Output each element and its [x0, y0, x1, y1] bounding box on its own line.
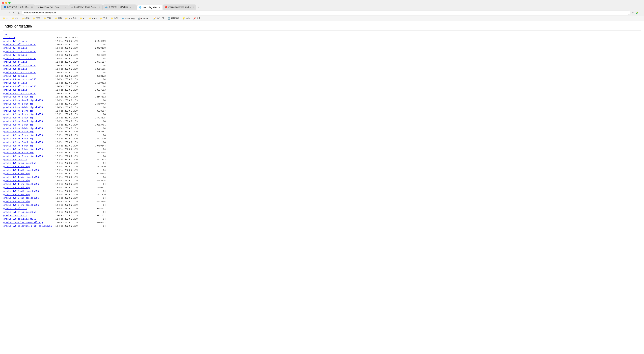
file-link[interactable]: gradle-0.8-src.zip [3, 74, 55, 78]
file-size: 36989492 [89, 81, 106, 85]
file-link[interactable]: gradle-0.9-rc-3-all.zip [3, 137, 55, 141]
file-link[interactable]: gradle-0.7-all.zip [3, 40, 55, 43]
file-link[interactable]: gradle-0.7-src.zip.sha256 [3, 57, 55, 60]
file-link[interactable]: gradle-0.9.2-src.zip [3, 200, 55, 203]
tab-close-icon[interactable]: ✕ [159, 6, 160, 9]
bookmark-博客[interactable]: 📁博客 [53, 17, 63, 20]
file-link[interactable]: gradle-1.0-all.zip [3, 207, 55, 210]
file-link[interactable]: gradle-0.9-bin.zip [3, 88, 55, 92]
file-link[interactable]: gradle-1.0-milestone-1-all.zip.sha256 [3, 224, 55, 228]
file-link[interactable]: gradle-0.9-rc-1-all.zip.sha256 [3, 99, 55, 102]
file-link[interactable]: gradle-0.7-src.zip [3, 53, 55, 57]
forward-button[interactable]: → [7, 11, 11, 15]
bookmark-百度翻译[interactable]: 🔤百度翻译 [166, 17, 180, 20]
file-link[interactable]: gradle-0.7-all.zip.sha256 [3, 43, 55, 46]
maximize-button[interactable] [8, 2, 10, 4]
file-link[interactable]: gradle-0.9-rc-2-all.zip [3, 116, 55, 120]
file-link[interactable]: gradle-0.8-src.zip.sha256 [3, 78, 55, 81]
file-link[interactable]: gradle-0.9-all.zip.sha256 [3, 85, 55, 88]
bookmark-UI[interactable]: 📁UI [1, 17, 10, 20]
file-link[interactable]: gradle-0.9-rc-2-all.zip.sha256 [3, 120, 55, 123]
address-bar[interactable]: mirrors.cloud.tencent.com/gradle/ [22, 11, 630, 15]
bookmark-力扣[interactable]: 💡力扣 [181, 17, 191, 20]
file-link[interactable]: gradle-0.9-rc-3-bin.zip.sha256 [3, 147, 55, 151]
tab-close-icon[interactable]: ✕ [99, 6, 100, 8]
file-link[interactable]: gradle-0.9-bin.zip.sha256 [3, 92, 55, 95]
bookmark-临时[interactable]: 📁临时 [109, 17, 120, 20]
file-link[interactable]: gradle-0.9-rc-3-bin.zip [3, 144, 55, 148]
bookmark-anxin[interactable]: 📁anxin [87, 17, 98, 20]
tab-close-icon[interactable]: ✕ [133, 6, 134, 8]
file-link[interactable]: gradle-0.9-rc-1-all.zip [3, 95, 55, 99]
bookmark-站长工具[interactable]: 📁站长工具 [64, 17, 78, 20]
file-link[interactable]: gradle-0.9-rc-2-bin.zip [3, 123, 55, 127]
settings-icon[interactable]: ⋮ [640, 12, 642, 14]
bookmark-AI[interactable]: 📁AI [78, 17, 86, 20]
file-link[interactable]: gradle-0.9.1-bin.zip [3, 172, 55, 175]
file-link[interactable]: gradle-0.9.1-all.zip.sha256 [3, 168, 55, 172]
bookmark-设计[interactable]: 📁设计 [10, 17, 20, 20]
bookmark-ChatGPT[interactable]: 🤖ChatGPT [136, 17, 151, 20]
bookmark-工具[interactable]: 📁工具 [42, 17, 52, 20]
bookmark-逻义[interactable]: 📌逻义 [192, 17, 202, 20]
file-link[interactable]: gradle-0.9.2-src.zip.sha256 [3, 203, 55, 207]
tab-close-icon[interactable]: ✕ [31, 6, 33, 8]
file-link[interactable]: gradle-0.9-rc-1-src.zip [3, 109, 55, 113]
file-row: gradle-0.9-rc-2-all.zip12-Feb-2020 21:19… [3, 116, 641, 120]
star-icon[interactable]: ☆ [632, 12, 634, 14]
file-link[interactable]: ../ [3, 32, 55, 36]
file-link[interactable]: gradle-0.9-rc-1-bin.zip.sha256 [3, 106, 55, 109]
file-link[interactable]: gradle-0.9-src.zip [3, 158, 55, 162]
reload-button[interactable]: ↻ [12, 11, 16, 15]
tab-tab1[interactable]: 🟦GAN魔方考评系统 - 腾讯Co...✕ [1, 5, 35, 10]
close-button[interactable] [2, 2, 4, 4]
file-link[interactable]: gradle-0.8-all.zip.sha256 [3, 64, 55, 67]
tab-tab3[interactable]: ⚛ScrollView · React Native 中...✕ [69, 5, 103, 10]
bookmark-Fish's Blog[interactable]: 🐟Fish's Blog [120, 17, 136, 20]
file-link[interactable]: gradle-1.0-milestone-1-all.zip [3, 221, 55, 224]
file-link[interactable]: gradle-0.9.2-all.zip.sha256 [3, 189, 55, 193]
tab-close-icon[interactable]: ✕ [192, 6, 194, 8]
file-link[interactable]: gradle-0.9.2-all.zip [3, 186, 55, 189]
extension-icon[interactable]: 🧩 [636, 12, 638, 14]
bookmark-文心一言[interactable]: 📝文心一言 [152, 17, 166, 20]
file-link[interactable]: gradle-0.9-rc-3-src.zip [3, 151, 55, 155]
file-link[interactable]: gradle-0.7-bin.zip.sha256 [3, 50, 55, 53]
file-link[interactable]: gradle-0.9-rc-1-src.zip.sha256 [3, 113, 55, 116]
tab-tab4[interactable]: 🐟管理文章 - Fish's Blog - PHP...✕ [103, 5, 136, 10]
tab-close-icon[interactable]: ✕ [65, 6, 66, 9]
home-button[interactable]: ⌂ [17, 11, 20, 15]
file-link[interactable]: gradle-0.9.1-src.zip [3, 179, 55, 182]
file-link[interactable]: gradle-0.9.1-bin.zip.sha256 [3, 175, 55, 179]
new-tab-button[interactable]: + [196, 5, 201, 10]
file-link[interactable]: gradle-0.9-rc-2-src.zip [3, 130, 55, 134]
file-link[interactable]: gradle-0.8-bin.zip.sha256 [3, 71, 55, 74]
file-link[interactable]: gradle-0.9.1-src.zip.sha256 [3, 182, 55, 186]
bookmark-框架[interactable]: 📁框架 [21, 17, 31, 20]
file-link[interactable]: gradle-0.9-rc-3-all.zip.sha256 [3, 141, 55, 144]
file-link[interactable]: gradle-0.9-rc-2-src.zip.sha256 [3, 134, 55, 137]
tab-tab6[interactable]: 🔴macports-distfiles-gradle安...✕ [163, 5, 196, 10]
file-link[interactable]: gradle-0.7-bin.zip [3, 46, 55, 50]
file-link[interactable]: gradle-0.9-all.zip [3, 81, 55, 85]
file-link[interactable]: gradle-0.8-bin.zip [3, 67, 55, 71]
file-link[interactable]: gradle-1.0-all.zip.sha256 [3, 210, 55, 214]
tab-tab5[interactable]: 🌐Index of /gradle/✕ [137, 5, 162, 10]
bookmark-资源[interactable]: 📁资源 [32, 17, 42, 20]
bookmark-工作[interactable]: 📁工作 [98, 17, 109, 20]
minimize-button[interactable] [5, 2, 8, 4]
file-link[interactable]: gradle-0.9-src.zip.sha256 [3, 161, 55, 165]
back-button[interactable]: ← [2, 11, 6, 15]
file-link[interactable]: gradle-0.9.1-all.zip [3, 165, 55, 168]
file-link[interactable]: gradle-1.0-bin.zip.sha256 [3, 217, 55, 221]
file-link[interactable]: gradle-0.9-rc-3-src.zip.sha256 [3, 155, 55, 158]
tab-tab2[interactable]: ⚛DataTable.Cell | React Nativ...✕ [35, 5, 69, 10]
file-size: 64 [89, 210, 106, 214]
file-link[interactable]: gradle-0.8-all.zip [3, 60, 55, 64]
file-link[interactable]: gradle-0.9-rc-2-bin.zip.sha256 [3, 127, 55, 130]
file-link[interactable]: gradle-0.9.2-bin.zip [3, 193, 55, 196]
file-link[interactable]: gradle-0.9-rc-1-bin.zip [3, 102, 55, 106]
file-link[interactable]: ft_local/ [3, 36, 55, 40]
file-link[interactable]: gradle-1.0-bin.zip [3, 214, 55, 217]
file-link[interactable]: gradle-0.9.2-bin.zip.sha256 [3, 196, 55, 200]
